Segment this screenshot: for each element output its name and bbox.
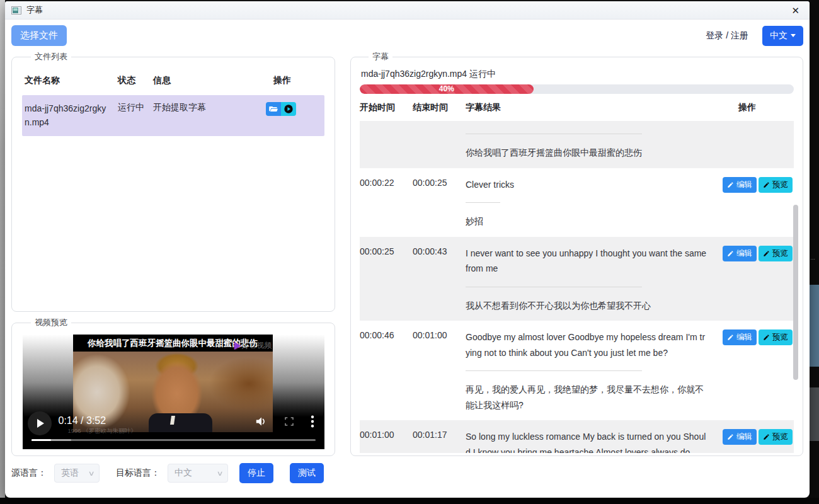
- subtitle-row: 00:00:46 00:01:00 Goodbye my almost love…: [360, 321, 794, 420]
- row-divider: [466, 287, 642, 287]
- video-preview-panel: 视频预览 你给我唱了西班牙摇篮曲你眼中最甜蜜的悲伤 好看视频: [11, 317, 335, 456]
- subtitle-row: 00:01:00 00:01:17 So long my luckless ro…: [360, 420, 794, 453]
- start-time: 00:01:00: [360, 429, 413, 453]
- edit-button[interactable]: 编辑: [723, 177, 757, 193]
- source-language-select[interactable]: 英语 ∨: [54, 464, 100, 483]
- chevron-down-icon: ∨: [88, 469, 94, 478]
- source-language-value: 英语: [61, 467, 79, 479]
- folder-icon: [269, 105, 278, 113]
- desktop-right-strip: …: [809, 0, 819, 504]
- subtitle-row: 00:00:22 00:00:25 Clever tricks 妙招 编辑 预览: [360, 168, 794, 237]
- end-time: 00:00:43: [413, 246, 466, 314]
- edit-button[interactable]: 编辑: [723, 429, 757, 445]
- login-register-link[interactable]: 登录 / 注册: [706, 30, 748, 42]
- left-column: 文件列表 文件名称 状态 信息 操作 mda-jj7qh36zig2rgkyn.…: [11, 51, 335, 456]
- more-options-icon[interactable]: [311, 415, 314, 428]
- toolbar: 选择文件 登录 / 注册 中文: [11, 25, 803, 46]
- player-right-controls: [255, 415, 324, 428]
- progress-label: 40%: [360, 84, 534, 94]
- chevron-down-icon: [791, 34, 796, 37]
- file-table-row[interactable]: mda-jj7qh36zig2rgkyn.mp4 运行中 开始提取字幕: [22, 95, 324, 136]
- file-info: 开始提取字幕: [153, 102, 251, 113]
- subtitle-row: 00:00:25 00:00:43 I never want to see yo…: [360, 237, 794, 321]
- preview-button[interactable]: 预览: [759, 177, 793, 193]
- video-subtitle-text: 你给我唱了西班牙摇篮曲你眼中最甜蜜的悲伤: [88, 338, 258, 349]
- pencil-icon: [763, 250, 770, 257]
- seek-bar[interactable]: [32, 439, 316, 442]
- start-time: 00:00:46: [360, 329, 413, 413]
- open-folder-button[interactable]: [266, 102, 281, 116]
- play-circle-icon: [284, 104, 294, 114]
- preview-button[interactable]: 预览: [759, 429, 793, 445]
- file-table-header: 文件名称 状态 信息 操作: [22, 67, 324, 95]
- col-start-time: 开始时间: [360, 102, 413, 113]
- col-status: 状态: [118, 75, 153, 86]
- preview-button[interactable]: 预览: [759, 246, 793, 261]
- scrollbar-thumb[interactable]: [793, 205, 798, 380]
- file-list-panel: 文件列表 文件名称 状态 信息 操作 mda-jj7qh36zig2rgkyn.…: [11, 51, 335, 312]
- end-time: 00:01:17: [413, 429, 466, 453]
- language-dropdown-label: 中文: [770, 30, 788, 42]
- start-time: 00:00:25: [360, 246, 413, 314]
- title-bar: 字幕 ✕: [5, 1, 810, 20]
- pencil-icon: [763, 433, 770, 440]
- right-column: 字幕 mda-jj7qh36zig2rgkyn.mp4 运行中 40% 开始时间…: [350, 51, 803, 456]
- desktop-decoration: [809, 387, 819, 441]
- watermark-text: 好看视频: [242, 340, 272, 351]
- watermark-logo-icon: [234, 342, 241, 350]
- play-video-button[interactable]: [281, 102, 296, 116]
- play-button[interactable]: [28, 411, 52, 435]
- end-time: 00:00:25: [413, 177, 466, 229]
- chevron-down-icon: ∨: [216, 469, 223, 478]
- pencil-icon: [763, 334, 770, 341]
- preview-button[interactable]: 预览: [759, 329, 793, 345]
- end-time: 00:01:00: [413, 329, 466, 413]
- select-file-button[interactable]: 选择文件: [11, 25, 67, 46]
- col-info: 信息: [153, 75, 251, 86]
- row-divider: [466, 134, 642, 134]
- subtitles-panel: 字幕 mda-jj7qh36zig2rgkyn.mp4 运行中 40% 开始时间…: [350, 51, 803, 456]
- desktop-decoration: …: [810, 255, 816, 261]
- language-bar: 源语言： 英语 ∨ 目标语言： 中文 ∨ 停止 测试: [11, 463, 803, 483]
- stop-button[interactable]: 停止: [239, 463, 273, 483]
- file-status: 运行中: [118, 102, 153, 113]
- subtitle-file-status: mda-jj7qh36zig2rgkyn.mp4 运行中: [361, 69, 793, 80]
- col-ops: 操作: [251, 75, 322, 86]
- desktop-decoration: [809, 285, 819, 367]
- english-text: I never want to see you unhappy I though…: [466, 248, 706, 274]
- subtitle-table-header: 开始时间 结束时间 字幕结果 操作: [360, 94, 794, 121]
- row-divider: [466, 370, 642, 371]
- panels: 文件列表 文件名称 状态 信息 操作 mda-jj7qh36zig2rgkyn.…: [11, 51, 803, 456]
- app-icon: [11, 6, 21, 14]
- chinese-text: 妙招: [466, 216, 483, 226]
- test-button[interactable]: 测试: [290, 463, 324, 483]
- fullscreen-icon[interactable]: [284, 416, 294, 427]
- language-dropdown-button[interactable]: 中文: [762, 26, 803, 46]
- caption-watermark: 1996 《罗密欧与朱丽叶》: [68, 427, 137, 435]
- col-end-time: 结束时间: [413, 102, 466, 113]
- subtitle-rows-scroll-area[interactable]: 你给我唱了西班牙摇篮曲你眼中最甜蜜的悲伤 00:00:22 00:00:25 C…: [360, 121, 794, 453]
- chinese-text: 我从不想看到你不开心我以为你也希望我不开心: [466, 301, 651, 311]
- video-player[interactable]: 你给我唱了西班牙摇篮曲你眼中最甜蜜的悲伤 好看视频: [23, 335, 324, 449]
- pencil-icon: [727, 181, 734, 188]
- edit-button[interactable]: 编辑: [723, 246, 757, 261]
- chinese-text: 再见，我的爱人再见，我绝望的梦，我尽量不去想你，你就不能让我这样吗?: [466, 384, 704, 410]
- target-language-value: 中文: [175, 467, 192, 479]
- video-watermark: 好看视频: [234, 340, 272, 351]
- file-row-actions: [251, 102, 322, 116]
- pencil-icon: [727, 433, 734, 440]
- video-preview-legend: 视频预览: [31, 317, 71, 328]
- target-language-select[interactable]: 中文 ∨: [168, 464, 228, 483]
- played-bar: [32, 439, 52, 442]
- file-list-legend: 文件列表: [31, 51, 71, 62]
- english-text: Goodbye my almost lover Goodbye my hopel…: [466, 332, 705, 358]
- volume-icon[interactable]: [255, 416, 268, 427]
- close-icon[interactable]: ✕: [788, 6, 803, 15]
- progress-fill: 40%: [360, 84, 534, 94]
- play-icon: [37, 419, 44, 428]
- edit-button[interactable]: 编辑: [723, 329, 757, 345]
- desktop-bottom-strip: [0, 498, 819, 504]
- window-title: 字幕: [26, 4, 43, 16]
- main-area: 选择文件 登录 / 注册 中文 文件列表 文件名称 状态 信息 操作: [5, 20, 810, 498]
- english-text: Clever tricks: [466, 180, 514, 190]
